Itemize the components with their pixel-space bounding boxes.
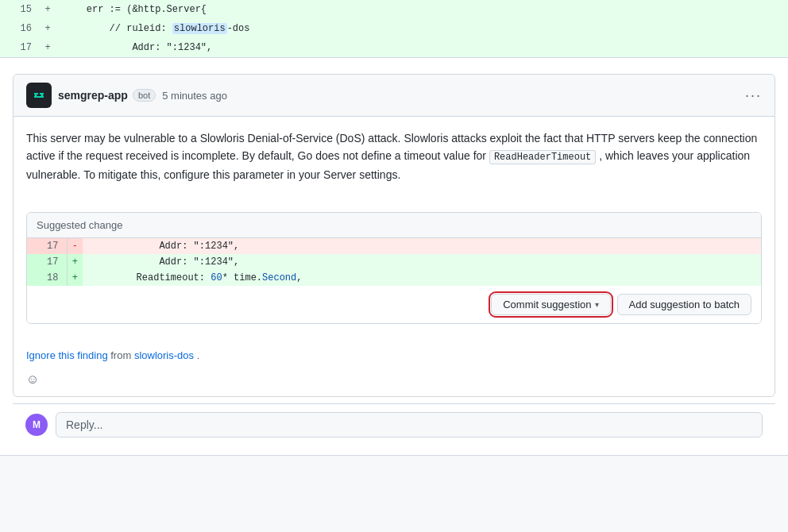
commit-suggestion-label: Commit suggestion bbox=[503, 299, 591, 310]
diff-row-add-1: 17 + Addr: ":1234", bbox=[27, 254, 761, 270]
code-text: Addr: ":1234", bbox=[56, 38, 788, 57]
reply-input[interactable]: Reply... bbox=[56, 412, 763, 438]
add-to-batch-button[interactable]: Add suggestion to batch bbox=[617, 294, 752, 315]
svg-rect-0 bbox=[30, 87, 48, 104]
diff-code: Readtimeout: 60* time.Second, bbox=[83, 270, 761, 286]
commit-suggestion-button[interactable]: Commit suggestion ▾ bbox=[491, 294, 610, 315]
diff-code: Addr: ":1234", bbox=[83, 238, 761, 254]
ignore-middle-text: from bbox=[110, 349, 134, 361]
suggested-change-wrapper: Suggested change 17 - Addr: ":1234", 17 … bbox=[14, 212, 774, 343]
comment-menu-button[interactable]: ··· bbox=[745, 87, 762, 104]
ignore-suffix: . bbox=[197, 349, 200, 361]
reply-avatar: M bbox=[25, 414, 48, 436]
chevron-down-icon: ▾ bbox=[595, 300, 599, 309]
diff-row-delete: 17 - Addr: ":1234", bbox=[27, 238, 761, 254]
comment-body: This server may be vulnerable to a Slowl… bbox=[14, 117, 774, 202]
suggested-change-header: Suggested change bbox=[27, 213, 761, 238]
diff-marker: + bbox=[40, 38, 56, 57]
code-keyword-second: Second bbox=[262, 272, 296, 283]
comment-time: 5 minutes ago bbox=[162, 90, 227, 102]
diff-code: Addr: ":1234", bbox=[83, 254, 761, 270]
comment-container: semgrep-app bot 5 minutes ago ··· This s… bbox=[13, 74, 775, 397]
diff-marker: - bbox=[67, 238, 83, 254]
diff-line-num: 18 bbox=[27, 270, 67, 286]
code-keyword-60: 60 bbox=[211, 272, 222, 283]
diff-marker: + bbox=[40, 19, 56, 38]
diff-line-num: 17 bbox=[27, 254, 67, 270]
code-highlight: slowloris bbox=[172, 23, 227, 34]
code-line-16: 16 + // ruleid: slowloris-dos bbox=[0, 19, 788, 38]
diff-table: 17 - Addr: ":1234", 17 + Addr: ":1234", bbox=[27, 238, 761, 286]
semgrep-logo-icon bbox=[30, 87, 48, 104]
ignore-finding-link[interactable]: Ignore this finding bbox=[26, 349, 108, 361]
rule-link[interactable]: slowloris-dos bbox=[134, 349, 194, 361]
code-line-15: 15 + err := (&http.Server{ bbox=[0, 0, 788, 19]
line-number: 17 bbox=[0, 38, 40, 57]
svg-point-2 bbox=[41, 94, 44, 97]
ignore-row: Ignore this finding from slowloris-dos . bbox=[14, 343, 774, 368]
comment-header: semgrep-app bot 5 minutes ago ··· bbox=[14, 75, 774, 117]
bot-badge: bot bbox=[133, 89, 156, 102]
diff-marker: + bbox=[67, 254, 83, 270]
code-line-17: 17 + Addr: ":1234", bbox=[0, 38, 788, 57]
svg-point-1 bbox=[35, 94, 37, 97]
line-number: 15 bbox=[0, 0, 40, 19]
suggested-change-container: Suggested change 17 - Addr: ":1234", 17 … bbox=[26, 212, 762, 324]
line-number: 16 bbox=[0, 19, 40, 38]
reaction-row: ☺ bbox=[14, 368, 774, 396]
comment-author: semgrep-app bbox=[58, 89, 128, 102]
inline-code: ReadHeaderTimeout bbox=[489, 150, 596, 164]
emoji-reaction-button[interactable]: ☺ bbox=[26, 372, 39, 387]
diff-marker: + bbox=[67, 270, 83, 286]
diff-line-num: 17 bbox=[27, 238, 67, 254]
code-text: err := (&http.Server{ bbox=[56, 0, 788, 19]
comment-text: This server may be vulnerable to a Slowl… bbox=[26, 129, 762, 183]
reply-box: M Reply... bbox=[13, 403, 775, 445]
action-row: Commit suggestion ▾ Add suggestion to ba… bbox=[27, 286, 761, 323]
diff-row-add-2: 18 + Readtimeout: 60* time.Second, bbox=[27, 270, 761, 286]
avatar bbox=[26, 83, 52, 108]
diff-marker: + bbox=[40, 0, 56, 19]
code-text: // ruleid: slowloris-dos bbox=[56, 19, 788, 38]
